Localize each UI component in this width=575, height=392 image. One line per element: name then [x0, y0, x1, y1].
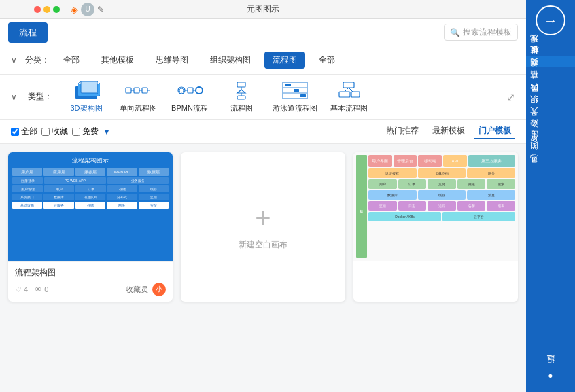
svg-rect-29 [343, 82, 354, 88]
views-value: 0 [44, 285, 48, 293]
search-icon: 🔍 [450, 28, 460, 37]
arch2-cell: 数据库 [368, 190, 417, 200]
checkbox-all-label: 全部 [21, 126, 37, 137]
type-icon-swim [281, 80, 309, 101]
card-preview-arch: 流程架构图示 用户层 应用层 服务层 WEB PC 数据层 注册登录 用户管理 [8, 152, 173, 261]
arch-cell: 消息队列 [75, 194, 105, 200]
arch-bottom-cell: 云服务 [43, 202, 73, 209]
category-label: 分类： [25, 54, 50, 66]
checkbox-collect-input[interactable] [41, 128, 50, 136]
svg-rect-22 [237, 96, 245, 99]
type-collapse-btn[interactable]: ∨ [11, 92, 17, 102]
checkbox-collect[interactable]: 收藏 [41, 126, 68, 137]
arch-cell: 业务服务 [107, 177, 169, 184]
max-btn[interactable] [53, 6, 60, 13]
edit-icon[interactable]: ✎ [97, 5, 104, 14]
sidebar-item-org[interactable]: 组织 [526, 105, 575, 115]
arch2-cell: 订单 [398, 179, 427, 189]
sort-popular[interactable]: 热门推荐 [382, 124, 423, 139]
arch2-cell: 支付 [428, 179, 456, 189]
sidebar-item-feedback[interactable]: 意见 [526, 164, 575, 175]
arch2-cell: 认证授权 [368, 168, 417, 178]
search-area[interactable]: 🔍 搜索流程模板 [444, 24, 518, 41]
svg-rect-10 [142, 88, 147, 93]
filter-tab-flowchart[interactable]: 流程图 [264, 52, 305, 69]
arch2-cell: 报表 [487, 201, 515, 211]
card-meta-arch: ♡ 4 👁 0 收藏员 小 [15, 283, 166, 296]
type-single-flow[interactable]: 单向流程图 [118, 80, 158, 113]
arch-cell: 用户 [44, 185, 74, 192]
arch2-left: 基础 [356, 155, 367, 258]
sidebar-item-import[interactable]: 号入 [526, 117, 575, 128]
arrow-button[interactable]: → [536, 5, 565, 35]
arch-header-cell: 应用层 [43, 168, 73, 176]
arch-header-cell: 数据层 [139, 168, 169, 176]
sub-filter-left: 全部 收藏 免费 ▼ [11, 126, 111, 137]
type-icon-basic [335, 80, 362, 101]
close-btn[interactable] [34, 6, 41, 13]
card-arch2[interactable]: 基础 用户界面 管理后台 移动端 API 第三方服务 [353, 152, 518, 302]
filter-tab-other[interactable]: 全部 [311, 52, 343, 69]
sort-latest[interactable]: 最新模板 [428, 124, 469, 139]
arch2-cell: 网关 [467, 168, 515, 178]
type-icon-3d [73, 80, 100, 101]
view-icon: 👁 [35, 285, 42, 293]
sidebar-item-personal[interactable]: 民营民 [526, 92, 575, 103]
expand-icon[interactable]: ⤢ [507, 92, 515, 103]
filter-tab-mind[interactable]: 思维导图 [147, 52, 196, 69]
arch-cell: 缓存 [139, 185, 169, 192]
arch2-cell: 追踪 [428, 201, 456, 211]
logout-button[interactable]: ● 退出 [542, 364, 559, 387]
arch-cell: 系统接口 [12, 194, 42, 200]
arch-cell: 注册登录 [12, 177, 43, 184]
arch-bottom-cell: 网络 [107, 202, 137, 209]
arch-cell: 订单 [75, 185, 105, 192]
sidebar-item-discover[interactable]: 发现 [526, 43, 575, 54]
dropdown-arrow-icon[interactable]: ▼ [103, 127, 111, 137]
sidebar-item-template[interactable]: 模板 [526, 56, 575, 67]
type-bpmn[interactable]: BPMN流程 [169, 80, 210, 113]
type-label: 类型： [28, 91, 52, 103]
svg-rect-2 [81, 81, 97, 93]
sidebar-item-publish[interactable]: 出号 & 旁边 [526, 129, 575, 150]
type-label-flowchart: 流程图 [230, 103, 253, 113]
min-btn[interactable] [43, 6, 50, 13]
collapse-btn[interactable]: ∨ [11, 56, 17, 65]
filter-tab-org[interactable]: 组织架构图 [202, 52, 259, 69]
arch-header-cell: 用户层 [12, 168, 42, 176]
arch2-cell: 第三方服务 [468, 155, 515, 167]
type-basic[interactable]: 基本流程图 [328, 80, 369, 113]
filter-tabs: ∨ 分类： 全部 其他模板 思维导图 组织架构图 流程图 全部 [0, 46, 526, 75]
new-canvas-card[interactable]: + 新建空白画布 [181, 152, 345, 302]
new-button[interactable]: 流程 [8, 22, 48, 43]
card-arch[interactable]: 流程架构图示 用户层 应用层 服务层 WEB PC 数据层 注册登录 用户管理 [8, 152, 173, 302]
heart-icon: ♡ [15, 285, 22, 294]
type-swimlane[interactable]: 游泳道流程图 [273, 80, 317, 113]
checkbox-all[interactable]: 全部 [11, 126, 37, 137]
svg-line-3 [78, 81, 81, 84]
type-flowchart[interactable]: 流程图 [221, 80, 262, 113]
arch-cell: 分布式 [107, 194, 137, 200]
svg-rect-18 [237, 82, 245, 87]
filter-tab-all[interactable]: 全部 [55, 52, 88, 69]
sidebar-item-close[interactable]: 关闭 [526, 152, 575, 162]
grid-area: 流程架构图示 用户层 应用层 服务层 WEB PC 数据层 注册登录 用户管理 [0, 144, 526, 392]
checkbox-free-input[interactable] [72, 128, 80, 136]
checkbox-all-input[interactable] [11, 128, 19, 136]
svg-rect-6 [126, 88, 131, 93]
likes-count: ♡ 4 [15, 285, 28, 294]
svg-marker-20 [237, 90, 245, 93]
svg-line-30 [345, 88, 349, 92]
checkbox-free[interactable]: 免费 [72, 126, 99, 137]
arch-bottom-cell: 安全 [139, 202, 169, 209]
user-area: ◈ U ✎ [34, 3, 104, 16]
svg-point-12 [178, 87, 185, 94]
arch-header-cell: 服务层 [75, 168, 105, 176]
sort-portal[interactable]: 门户模板 [474, 124, 515, 139]
svg-rect-15 [188, 88, 193, 93]
svg-line-4 [97, 81, 100, 84]
sidebar-item-cloud[interactable]: 云文档 [526, 68, 575, 79]
sidebar-item-draft[interactable]: 草稿 [526, 80, 575, 91]
filter-tab-flow[interactable]: 其他模板 [93, 52, 142, 69]
type-3d-arch[interactable]: 3D架构图 [66, 80, 107, 113]
